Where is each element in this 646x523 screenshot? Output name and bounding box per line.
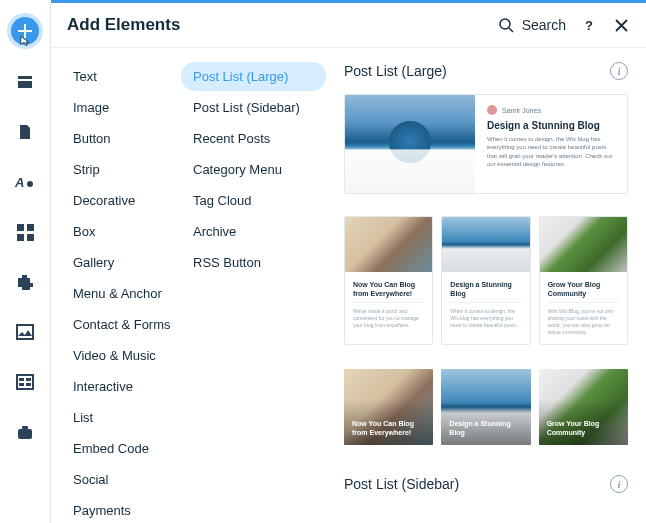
category-item[interactable]: Gallery [63,248,181,277]
category-item[interactable]: Decorative [63,186,181,215]
category-item[interactable]: Contact & Forms [63,310,181,339]
subcategory-item[interactable]: Recent Posts [181,124,326,153]
svg-point-16 [500,19,510,29]
avatar [487,105,497,115]
category-item[interactable]: Text [63,62,181,91]
left-rail: A [0,3,51,523]
section-title: Post List (Large) [344,63,447,79]
svg-rect-7 [27,234,34,241]
category-item[interactable]: Embed Code [63,434,181,463]
svg-rect-1 [18,81,32,88]
add-elements-panel: Add Elements Search ? TextImageButtonStr… [51,3,646,523]
card: Design a Stunning BlogWhen it comes to d… [441,216,530,345]
svg-rect-5 [27,224,34,231]
svg-rect-0 [18,76,32,79]
svg-rect-8 [17,325,33,339]
rail-addons-icon[interactable] [12,269,38,295]
hero-image [345,95,475,193]
overlay-card: Design a Stunning Blog [441,369,530,445]
subcategory-item[interactable]: Archive [181,217,326,246]
category-item[interactable]: Interactive [63,372,181,401]
category-item[interactable]: Social [63,465,181,494]
help-button[interactable]: ? [580,16,598,34]
panel-header: Add Elements Search ? [51,3,646,48]
hero-title: Design a Stunning Blog [487,120,615,131]
svg-rect-11 [19,383,24,386]
subcategory-item[interactable]: Post List (Large) [181,62,326,91]
subcategory-item[interactable]: Post List (Sidebar) [181,93,326,122]
svg-rect-13 [26,383,31,386]
card: Grow Your Blog CommunityWith Wix Blog, y… [539,216,628,345]
category-item[interactable]: Button [63,124,181,153]
rail-pages-icon[interactable] [12,69,38,95]
svg-rect-15 [22,426,28,429]
svg-rect-12 [26,378,31,381]
hero-author: Samir Jones [502,107,541,114]
svg-rect-9 [17,375,33,389]
rail-content-icon[interactable] [12,369,38,395]
search-icon [499,18,514,33]
panel-title: Add Elements [67,15,499,35]
info-icon[interactable]: i [610,62,628,80]
subcategory-list: Post List (Large)Post List (Sidebar)Rece… [181,48,326,523]
category-item[interactable]: Strip [63,155,181,184]
overlay-card: Now You Can Blog from Everywhere! [344,369,433,445]
subcategory-item[interactable]: Tag Cloud [181,186,326,215]
category-item[interactable]: Payments [63,496,181,523]
svg-rect-6 [17,234,24,241]
svg-rect-4 [17,224,24,231]
category-item[interactable]: Box [63,217,181,246]
svg-rect-10 [19,378,24,381]
category-item[interactable]: Image [63,93,181,122]
close-button[interactable] [612,16,630,34]
preset-grid-overlay[interactable]: Now You Can Blog from Everywhere! Design… [344,369,628,445]
add-elements-button[interactable] [11,17,39,45]
preview-pane: Post List (Large) i Samir Jones Design a… [326,48,646,523]
card-image [540,217,627,272]
section-title: Post List (Sidebar) [344,476,459,492]
preset-hero[interactable]: Samir Jones Design a Stunning Blog When … [344,94,628,194]
category-item[interactable]: Menu & Anchor [63,279,181,308]
svg-point-3 [27,181,33,187]
svg-rect-14 [18,429,32,439]
rail-apps-icon[interactable] [12,219,38,245]
category-item[interactable]: Video & Music [63,341,181,370]
svg-text:?: ? [585,18,593,32]
rail-design-icon[interactable]: A [12,169,38,195]
overlay-card: Grow Your Blog Community [539,369,628,445]
card: Now You Can Blog from Everywhere!We've m… [344,216,433,345]
rail-page-icon[interactable] [12,119,38,145]
search-button[interactable]: Search [499,17,566,33]
subcategory-item[interactable]: Category Menu [181,155,326,184]
svg-line-17 [509,28,513,32]
card-image [442,217,529,272]
category-list: TextImageButtonStripDecorativeBoxGallery… [51,48,181,523]
subcategory-item[interactable]: RSS Button [181,248,326,277]
card-image [345,217,432,272]
rail-media-icon[interactable] [12,319,38,345]
rail-business-icon[interactable] [12,419,38,445]
hero-desc: When it comes to design, the Wix blog ha… [487,135,615,169]
category-item[interactable]: List [63,403,181,432]
info-icon[interactable]: i [610,475,628,493]
search-label: Search [522,17,566,33]
preset-grid-cards[interactable]: Now You Can Blog from Everywhere!We've m… [344,216,628,345]
svg-text:A: A [15,175,24,190]
